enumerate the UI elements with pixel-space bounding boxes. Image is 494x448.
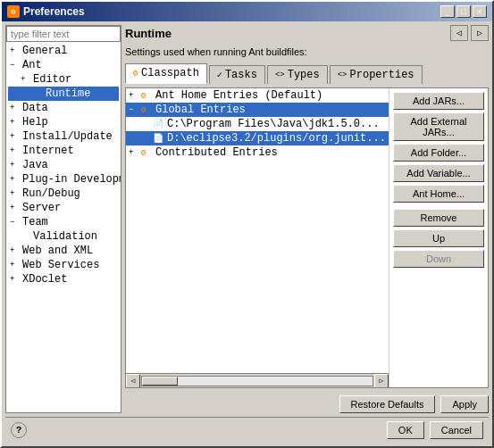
back-button[interactable]: ◁ bbox=[450, 25, 468, 41]
contributedentries-expand-icon: + bbox=[129, 148, 141, 157]
sidebar-item-rundebug[interactable]: + Run/Debug bbox=[8, 187, 119, 201]
filepath1-expand-icon bbox=[140, 120, 153, 129]
expand-icon-java: + bbox=[10, 161, 22, 170]
tab-bar: ⚙ Classpath ✓ Tasks <> Types <> Properti… bbox=[125, 63, 489, 84]
expand-icon-help: + bbox=[10, 118, 22, 127]
expand-icon-xdoclet: + bbox=[10, 275, 22, 284]
sidebar-item-help[interactable]: + Help bbox=[8, 115, 119, 129]
window-title: Preferences bbox=[23, 5, 85, 18]
tab-properties[interactable]: <> Properties bbox=[330, 65, 423, 84]
add-variable-button[interactable]: Add Variable... bbox=[393, 164, 484, 182]
footer-left: ? bbox=[11, 422, 27, 438]
tab-tasks[interactable]: ✓ Tasks bbox=[209, 65, 265, 84]
expand-icon-editor: + bbox=[21, 75, 33, 84]
left-panel: + General − Ant + Editor Runtime bbox=[5, 25, 121, 413]
tab-types[interactable]: <> Types bbox=[267, 65, 328, 84]
horizontal-scrollbar[interactable]: ◁ ▷ bbox=[126, 373, 389, 387]
down-button[interactable]: Down bbox=[393, 250, 484, 268]
sidebar-item-team[interactable]: − Team bbox=[8, 215, 119, 229]
tab-classpath[interactable]: ⚙ Classpath bbox=[125, 63, 207, 84]
buttons-panel: Add JARs... Add External JARs... Add Fol… bbox=[389, 88, 488, 387]
anthome-expand-icon: + bbox=[129, 91, 141, 100]
expand-icon-webandxml: + bbox=[10, 246, 22, 255]
sidebar-item-data[interactable]: + Data bbox=[8, 101, 119, 115]
cancel-button[interactable]: Cancel bbox=[430, 421, 483, 439]
right-panel: Runtime ◁ ▷ Settings used when running A… bbox=[125, 25, 489, 413]
apply-button[interactable]: Apply bbox=[440, 395, 489, 413]
scroll-thumb[interactable] bbox=[142, 377, 178, 386]
expand-icon-general: + bbox=[10, 46, 22, 55]
expand-icon-runtime bbox=[33, 89, 46, 98]
title-bar-left: ⚙ Preferences bbox=[7, 5, 85, 18]
expand-icon-webservices: + bbox=[10, 261, 22, 270]
scroll-right-button[interactable]: ▷ bbox=[374, 374, 389, 388]
up-button[interactable]: Up bbox=[393, 229, 484, 247]
section-title: Runtime bbox=[125, 27, 172, 40]
types-tab-icon: <> bbox=[275, 71, 285, 79]
entry-globalentries[interactable]: − ⚙ Global Entries bbox=[126, 103, 389, 117]
scroll-left-button[interactable]: ◁ bbox=[126, 374, 140, 388]
filter-input[interactable] bbox=[6, 26, 121, 42]
entry-contributedentries[interactable]: + ⚙ Contributed Entries bbox=[126, 145, 389, 160]
filepath2-expand-icon bbox=[140, 134, 153, 143]
expand-icon-ant: − bbox=[10, 61, 22, 70]
window-icon: ⚙ bbox=[7, 5, 20, 18]
ok-button[interactable]: OK bbox=[387, 421, 424, 439]
ant-home-button[interactable]: Ant Home... bbox=[393, 185, 484, 203]
add-folder-button[interactable]: Add Folder... bbox=[393, 144, 484, 162]
expand-icon-plugindevelopment: + bbox=[10, 175, 22, 184]
main-area: + General − Ant + Editor Runtime bbox=[5, 25, 489, 413]
entries-panel: + ⚙ Ant Home Entries (Default) − ⚙ Globa… bbox=[126, 88, 389, 387]
tab-content-area: + ⚙ Ant Home Entries (Default) − ⚙ Globa… bbox=[125, 87, 489, 388]
sidebar-item-webservices[interactable]: + Web Services bbox=[8, 258, 119, 272]
window-content: + General − Ant + Editor Runtime bbox=[2, 21, 492, 446]
expand-icon-validation bbox=[21, 232, 33, 241]
sidebar-item-server[interactable]: + Server bbox=[8, 201, 119, 215]
entry-filepath1[interactable]: 📄 C:\Program Files\Java\jdk1.5.0... bbox=[126, 117, 389, 131]
minimize-button[interactable]: _ bbox=[440, 5, 455, 18]
expand-icon-rundebug: + bbox=[10, 189, 22, 198]
sidebar-item-xdoclet[interactable]: + XDoclet bbox=[8, 272, 119, 286]
expand-icon-server: + bbox=[10, 203, 22, 212]
footer-right: OK Cancel bbox=[387, 421, 483, 439]
expand-icon-data: + bbox=[10, 104, 22, 112]
sidebar-item-internet[interactable]: + Internet bbox=[8, 144, 119, 158]
entry-anthome[interactable]: + ⚙ Ant Home Entries (Default) bbox=[126, 88, 389, 103]
sidebar-item-installupdate[interactable]: + Install/Update bbox=[8, 129, 119, 144]
add-jars-button[interactable]: Add JARs... bbox=[393, 92, 484, 110]
classpath-tab-icon: ⚙ bbox=[133, 68, 138, 79]
globalentries-expand-icon: − bbox=[129, 105, 141, 114]
section-desc: Settings used when running Ant buildfile… bbox=[125, 46, 489, 57]
tasks-tab-icon: ✓ bbox=[217, 70, 222, 80]
sidebar-item-runtime[interactable]: Runtime bbox=[8, 87, 119, 101]
add-external-jars-button[interactable]: Add External JARs... bbox=[393, 112, 484, 141]
entries-scroll: + ⚙ Ant Home Entries (Default) − ⚙ Globa… bbox=[126, 88, 389, 373]
sidebar-item-editor[interactable]: + Editor bbox=[8, 72, 119, 87]
sidebar-item-java[interactable]: + Java bbox=[8, 158, 119, 172]
footer-bar: ? OK Cancel bbox=[5, 417, 489, 443]
expand-icon-installupdate: + bbox=[10, 132, 22, 141]
filepath1-icon: 📄 bbox=[153, 119, 165, 129]
sidebar-item-validation[interactable]: Validation bbox=[8, 229, 119, 244]
preferences-window: ⚙ Preferences _ □ × + General − bbox=[0, 0, 494, 448]
expand-icon-team: − bbox=[10, 218, 22, 227]
expand-icon-internet: + bbox=[10, 146, 22, 155]
help-button[interactable]: ? bbox=[11, 422, 27, 438]
sidebar-item-ant[interactable]: − Ant bbox=[8, 58, 119, 72]
maximize-button[interactable]: □ bbox=[456, 5, 471, 18]
entry-filepath2[interactable]: 📄 D:\eclipse3.2/plugins/org.junit... bbox=[126, 131, 389, 145]
properties-tab-icon: <> bbox=[338, 71, 347, 79]
tree-container: + General − Ant + Editor Runtime bbox=[6, 42, 121, 412]
restore-defaults-button[interactable]: Restore Defaults bbox=[339, 395, 436, 413]
close-button[interactable]: × bbox=[473, 5, 487, 18]
scroll-track bbox=[141, 376, 373, 386]
title-buttons: _ □ × bbox=[440, 5, 487, 18]
sidebar-item-webandxml[interactable]: + Web and XML bbox=[8, 244, 119, 258]
title-bar: ⚙ Preferences _ □ × bbox=[2, 2, 492, 21]
globalentries-icon: ⚙ bbox=[141, 104, 154, 115]
remove-button[interactable]: Remove bbox=[393, 209, 484, 227]
sidebar-item-plugindevelopment[interactable]: + Plug-in Development bbox=[8, 172, 119, 187]
forward-button[interactable]: ▷ bbox=[471, 25, 489, 41]
sidebar-item-general[interactable]: + General bbox=[8, 44, 119, 58]
bottom-action-buttons: Restore Defaults Apply bbox=[125, 392, 489, 413]
